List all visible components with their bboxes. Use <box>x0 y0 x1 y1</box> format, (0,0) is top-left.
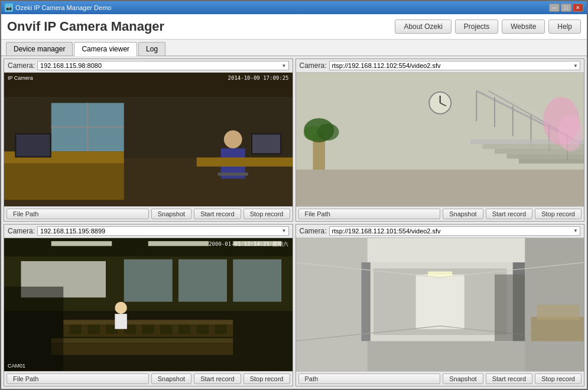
svg-rect-50 <box>178 259 227 301</box>
svg-rect-73 <box>296 238 368 372</box>
maximize-button[interactable]: □ <box>561 4 571 12</box>
window-title: Ozeki IP Camera Manager Demo <box>15 4 549 11</box>
svg-rect-63 <box>160 324 173 333</box>
title-bar: 📷 Ozeki IP Camera Manager Demo ─ □ ✕ <box>1 1 587 14</box>
cam2-start-record-button[interactable]: Start record <box>486 209 532 219</box>
camera-feed-3: 2000-01-01 12:14:21 星期六 CAM01 <box>4 238 293 372</box>
cam1-svg <box>4 73 293 206</box>
svg-rect-19 <box>296 170 584 206</box>
minimize-button[interactable]: ─ <box>549 4 560 12</box>
svg-rect-76 <box>361 262 370 341</box>
cam1-snapshot-button[interactable]: Snapshot <box>151 209 191 219</box>
cam3-scene: 2000-01-01 12:14:21 星期六 CAM01 <box>4 238 293 372</box>
svg-rect-59 <box>87 324 100 333</box>
tab-bar: Device manager Camera viewer Log <box>1 40 587 56</box>
camera-select-1[interactable]: 192.168.115.98:8080 <box>37 61 288 70</box>
camera-controls-3: File Path Snapshot Start record Stop rec… <box>4 371 293 386</box>
projects-button[interactable]: Projects <box>455 20 498 34</box>
svg-rect-10 <box>16 135 50 157</box>
cam2-file-path-button[interactable]: File Path <box>298 209 441 219</box>
svg-rect-85 <box>495 274 525 341</box>
camera-panel-1: Camera: 192.168.115.98:8080 ▼ <box>4 58 293 222</box>
svg-rect-16 <box>252 135 280 154</box>
window-controls: ─ □ ✕ <box>549 4 583 12</box>
cam3-snapshot-button[interactable]: Snapshot <box>151 373 191 384</box>
about-button[interactable]: About Ozeki <box>395 20 451 34</box>
camera-panel-4: Camera: rtsp://192.168.112.101:554/video… <box>295 224 585 387</box>
svg-rect-86 <box>531 317 584 341</box>
camera-select-2[interactable]: rtsp://192.168.112.102:554/video2.sfv <box>329 61 580 70</box>
tab-camera-viewer[interactable]: Camera viewer <box>74 42 137 56</box>
cam1-start-record-button[interactable]: Start record <box>194 209 241 219</box>
svg-point-37 <box>317 124 339 141</box>
svg-rect-14 <box>197 158 293 167</box>
camera-header-3: Camera: 192.168.115.195:8899 ▼ <box>4 225 293 238</box>
cam4-stop-record-button[interactable]: Stop record <box>535 373 581 384</box>
svg-rect-79 <box>415 274 464 329</box>
svg-rect-46 <box>148 241 209 246</box>
camera-feed-1: IP Camera 2014-10-09 17:09:25 <box>4 73 293 206</box>
svg-rect-69 <box>4 287 63 372</box>
website-button[interactable]: Website <box>502 20 545 34</box>
cam2-stop-record-button[interactable]: Stop record <box>535 209 581 219</box>
cam2-snapshot-button[interactable]: Snapshot <box>443 209 483 219</box>
camera-feed-4 <box>296 238 584 372</box>
camera-controls-2: File Path Snapshot Start record Stop rec… <box>296 206 584 221</box>
app-header: Onvif IP Camera Manager About Ozeki Proj… <box>1 14 587 40</box>
camera-label-4: Camera: <box>300 227 327 235</box>
camera-controls-4: Path Snapshot Start record Stop record <box>296 371 584 386</box>
svg-rect-58 <box>70 324 82 333</box>
svg-rect-87 <box>537 304 579 320</box>
cam4-start-record-button[interactable]: Start record <box>486 373 532 384</box>
close-button[interactable]: ✕ <box>573 4 583 12</box>
svg-point-39 <box>558 115 582 152</box>
cam4-snapshot-button[interactable]: Snapshot <box>443 373 483 384</box>
camera-select-wrapper-3: 192.168.115.195:8899 ▼ <box>37 226 288 236</box>
camera-select-wrapper-1: 192.168.115.98:8080 ▼ <box>37 61 288 70</box>
cam1-file-path-button[interactable]: File Path <box>7 209 149 219</box>
camera-controls-1: File Path Snapshot Start record Stop rec… <box>4 206 293 221</box>
svg-rect-57 <box>51 343 233 355</box>
svg-point-11 <box>224 130 242 148</box>
cam1-stop-record-button[interactable]: Stop record <box>243 209 290 219</box>
cam3-stop-record-button[interactable]: Stop record <box>243 373 290 384</box>
camera-feed-2 <box>296 73 584 206</box>
cam2-svg <box>296 73 584 206</box>
camera-header-2: Camera: rtsp://192.168.112.102:554/video… <box>296 59 584 73</box>
camera-label-2: Camera: <box>300 61 327 70</box>
svg-rect-51 <box>233 259 281 301</box>
svg-rect-68 <box>115 314 127 329</box>
camera-grid: Camera: 192.168.115.98:8080 ▼ <box>4 58 584 386</box>
svg-rect-45 <box>51 241 112 246</box>
svg-rect-66 <box>215 324 228 333</box>
svg-rect-33 <box>519 159 584 164</box>
window-frame: 📷 Ozeki IP Camera Manager Demo ─ □ ✕ Onv… <box>0 0 588 390</box>
svg-point-67 <box>115 301 127 314</box>
camera-select-wrapper-4: rtsp://192.168.112.101:554/video2.sfv ▼ <box>329 226 580 236</box>
app-title: Onvif IP Camera Manager <box>7 19 395 34</box>
camera-select-3[interactable]: 192.168.115.195:8899 <box>37 226 288 236</box>
cam2-scene <box>296 73 584 206</box>
cam1-scene: IP Camera 2014-10-09 17:09:25 <box>4 73 293 206</box>
camera-label-3: Camera: <box>8 227 35 235</box>
svg-rect-32 <box>506 154 584 158</box>
camera-select-wrapper-2: rtsp://192.168.112.102:554/video2.sfv ▼ <box>329 61 580 70</box>
camera-header-4: Camera: rtsp://192.168.112.101:554/video… <box>296 225 584 238</box>
help-button[interactable]: Help <box>548 20 581 34</box>
tab-device-manager[interactable]: Device manager <box>6 42 73 56</box>
cam3-feed-label: CAM01 <box>8 363 25 369</box>
cam3-timestamp: 2000-01-01 12:14:21 星期六 <box>209 240 288 248</box>
svg-rect-13 <box>218 173 248 176</box>
svg-rect-62 <box>142 324 155 333</box>
cam4-scene <box>296 238 584 372</box>
cam4-file-path-button[interactable]: Path <box>298 373 441 384</box>
camera-panel-3: Camera: 192.168.115.195:8899 ▼ <box>4 224 293 387</box>
cam3-start-record-button[interactable]: Start record <box>194 373 241 384</box>
svg-rect-54 <box>63 320 233 324</box>
svg-rect-49 <box>124 259 173 301</box>
svg-rect-8 <box>4 164 124 200</box>
svg-rect-65 <box>197 324 209 333</box>
cam3-file-path-button[interactable]: File Path <box>7 373 149 384</box>
tab-log[interactable]: Log <box>138 42 165 56</box>
camera-select-4[interactable]: rtsp://192.168.112.101:554/video2.sfv <box>329 226 580 236</box>
